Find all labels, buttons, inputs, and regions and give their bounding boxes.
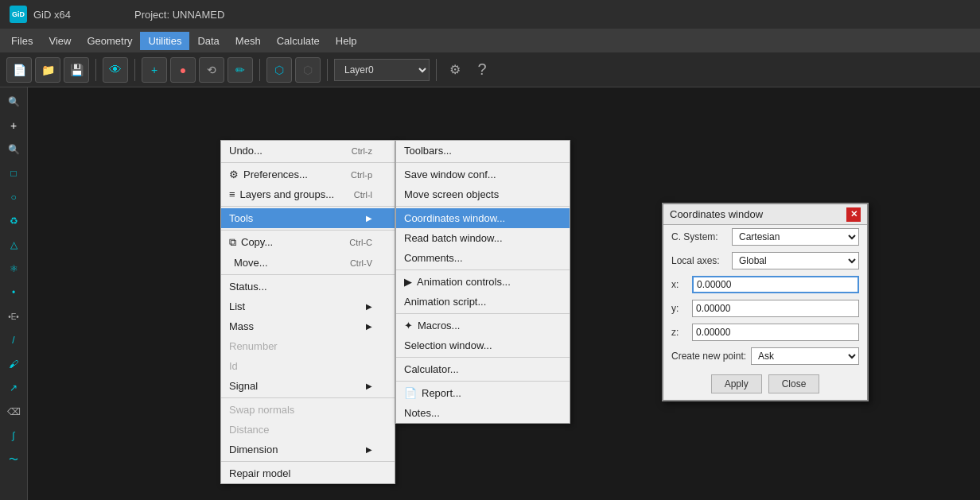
- menu-swap-normals: Swap normals: [221, 400, 395, 420]
- view-btn[interactable]: 👁: [103, 57, 128, 83]
- sidebar-dot-btn[interactable]: •: [2, 281, 25, 304]
- menu-tools[interactable]: Tools ▶: [221, 208, 395, 228]
- copy-icon: ⧉: [229, 236, 236, 248]
- menu-dimension[interactable]: Dimension ▶: [221, 440, 395, 459]
- sidebar-recycle-btn[interactable]: ♻: [2, 210, 25, 232]
- menu-signal[interactable]: Signal ▶: [221, 376, 395, 396]
- coords-apply-button[interactable]: Apply: [711, 374, 762, 393]
- menu-repair[interactable]: Repair model: [221, 463, 395, 483]
- y-row: y:: [663, 297, 867, 320]
- menu-utilities[interactable]: Utilities: [140, 32, 189, 50]
- menu-geometry[interactable]: Geometry: [79, 32, 140, 50]
- app-name: GiD x64: [33, 9, 71, 21]
- sidebar-tri-btn[interactable]: △: [2, 234, 25, 256]
- submenu-move-screen[interactable]: Move screen objects: [396, 184, 570, 204]
- menu-distance: Distance: [221, 420, 395, 440]
- local-axes-select[interactable]: Global: [732, 252, 859, 269]
- menu-calculate[interactable]: Calculate: [269, 32, 328, 50]
- menu-view[interactable]: View: [41, 32, 79, 50]
- coordinates-window: Coordinates window ✕ C. System: Cartesia…: [662, 203, 869, 401]
- sidebar-zoom-btn[interactable]: 🔍: [2, 91, 25, 113]
- y-label: y:: [671, 303, 687, 314]
- submenu-toolbars[interactable]: Toolbars...: [396, 141, 570, 161]
- submenu-save-window[interactable]: Save window conf...: [396, 165, 570, 184]
- dropdown-sep-2: [221, 206, 395, 207]
- z-label: z:: [671, 327, 687, 338]
- dropdown-sep-3: [221, 230, 395, 231]
- submenu-read-batch[interactable]: Read batch window...: [396, 228, 570, 248]
- submenu-selection-window[interactable]: Selection window...: [396, 335, 570, 355]
- menu-status[interactable]: Status...: [221, 277, 395, 297]
- sidebar-wave-btn[interactable]: 〜: [2, 448, 25, 471]
- submenu-comments[interactable]: Comments...: [396, 248, 570, 268]
- menu-help[interactable]: Help: [328, 32, 365, 50]
- sidebar-zoom-out-btn[interactable]: 🔍: [2, 138, 25, 161]
- toolbar-sep-5: [436, 59, 437, 81]
- sidebar-curve-btn[interactable]: ∫: [2, 424, 25, 447]
- coords-close-dialog-button[interactable]: Close: [768, 374, 820, 393]
- toolbar-sep-3: [259, 59, 260, 81]
- help-icon[interactable]: ?: [470, 58, 494, 82]
- csystem-select[interactable]: Cartesian Cylindrical Spherical: [732, 228, 859, 246]
- zoom-btn[interactable]: ●: [170, 57, 196, 83]
- submenu-macros[interactable]: ✦Macros...: [396, 316, 570, 335]
- x-input[interactable]: [692, 276, 859, 293]
- menu-copy[interactable]: ⧉Copy... Ctrl-C: [221, 232, 395, 253]
- sidebar-atom-btn[interactable]: ⚛: [2, 258, 25, 280]
- sidebar-line-btn[interactable]: /: [2, 329, 25, 351]
- create-point-select[interactable]: Ask Always Never: [751, 347, 859, 365]
- submenu-calculator[interactable]: Calculator...: [396, 359, 570, 379]
- tools-sep-4: [396, 313, 570, 314]
- csystem-label: C. System:: [671, 231, 727, 242]
- toolbar-sep-4: [327, 59, 328, 81]
- dropdown-sep-1: [221, 162, 395, 163]
- menu-list[interactable]: List ▶: [221, 297, 395, 316]
- tools-sep-2: [396, 206, 570, 207]
- z-input[interactable]: [692, 324, 859, 341]
- local-axes-row: Local axes: Global: [663, 249, 867, 273]
- new-file-btn[interactable]: 📄: [6, 57, 32, 83]
- sidebar-circle-btn[interactable]: ○: [2, 186, 25, 208]
- coords-title-bar: Coordinates window ✕: [663, 204, 867, 225]
- toolbar-sep-2: [134, 59, 135, 81]
- menu-files[interactable]: Files: [3, 32, 41, 50]
- pencil-btn[interactable]: ✏: [228, 57, 253, 83]
- menu-mass[interactable]: Mass ▶: [221, 316, 395, 336]
- menu-preferences[interactable]: ⚙Preferences... Ctrl-p: [221, 165, 395, 184]
- add-btn[interactable]: +: [142, 57, 167, 83]
- menu-move[interactable]: Move... Ctrl-V: [221, 253, 395, 273]
- y-input[interactable]: [692, 300, 859, 317]
- sidebar-e-btn[interactable]: •E•: [2, 305, 25, 328]
- dropdown-sep-5: [221, 397, 395, 398]
- layer-dropdown[interactable]: Layer0: [334, 59, 430, 81]
- menu-mesh[interactable]: Mesh: [228, 32, 269, 50]
- submenu-coords-window[interactable]: Coordinates window...: [396, 208, 570, 228]
- coords-close-button[interactable]: ✕: [846, 207, 861, 222]
- sidebar-move-btn[interactable]: ↗: [2, 377, 25, 399]
- open-file-btn[interactable]: 📁: [35, 57, 60, 83]
- mesh-btn[interactable]: ⬡: [266, 57, 292, 83]
- sidebar-square-btn[interactable]: □: [2, 162, 25, 184]
- submenu-notes[interactable]: Notes...: [396, 403, 570, 423]
- sidebar-eraser-btn[interactable]: ⌫: [2, 401, 25, 423]
- submenu-animation-controls[interactable]: ▶Animation controls...: [396, 272, 570, 292]
- local-axes-label: Local axes:: [671, 255, 727, 266]
- submenu-animation-script[interactable]: Animation script...: [396, 292, 570, 312]
- menu-id: Id: [221, 356, 395, 376]
- canvas-area: ➜ Undo... Ctrl-z ⚙Preferences... Ctrl-p …: [28, 87, 980, 500]
- x-row: x:: [663, 273, 867, 297]
- sidebar-paint-btn[interactable]: 🖌: [2, 353, 25, 375]
- menu-undo[interactable]: Undo... Ctrl-z: [221, 141, 395, 161]
- gear-icon[interactable]: ⚙: [443, 58, 467, 82]
- menu-layers[interactable]: ≡Layers and groups... Ctrl-l: [221, 184, 395, 204]
- tools-sep-3: [396, 269, 570, 270]
- mesh2-btn[interactable]: ⬡: [295, 57, 321, 83]
- tools-sep-1: [396, 162, 570, 163]
- save-file-btn[interactable]: 💾: [64, 57, 89, 83]
- rotate-btn[interactable]: ⟲: [199, 57, 224, 83]
- sidebar-add-btn[interactable]: +: [2, 114, 25, 137]
- menu-bar: Files View Geometry Utilities Data Mesh …: [0, 29, 980, 52]
- submenu-report[interactable]: 📄Report...: [396, 383, 570, 403]
- menu-renumber: Renumber: [221, 336, 395, 356]
- menu-data[interactable]: Data: [189, 32, 227, 50]
